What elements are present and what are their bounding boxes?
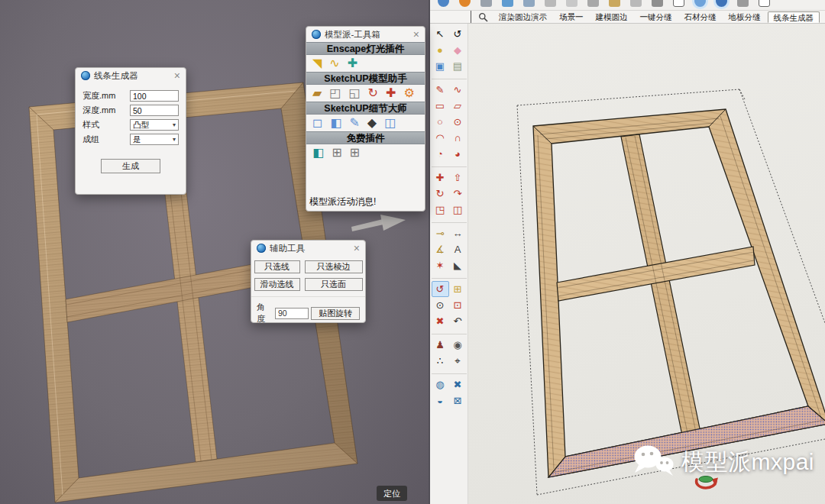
field-input[interactable]: 凸型 ▾ bbox=[130, 119, 179, 131]
dialog-titlebar[interactable]: 线条生成器 × bbox=[76, 68, 186, 83]
tab-one-key-seam[interactable]: 一键分缝 bbox=[635, 11, 678, 23]
close-icon[interactable]: × bbox=[413, 29, 419, 40]
toolbar-icon-10[interactable] bbox=[630, 0, 642, 7]
toolbar-icon-8[interactable] bbox=[587, 0, 599, 7]
pan-tool[interactable]: ⊞ bbox=[449, 281, 467, 297]
component-tool[interactable]: ▣ bbox=[432, 58, 449, 74]
generate-button[interactable]: 生成 bbox=[101, 159, 160, 173]
tab-render-fillet-demo[interactable]: 渲染圆边演示 bbox=[493, 11, 552, 23]
push-pull-tool[interactable]: ⇧ bbox=[449, 170, 467, 186]
rotate-tool[interactable]: ↻ bbox=[432, 186, 449, 202]
zoom-extents-tool[interactable]: ✖ bbox=[432, 313, 449, 329]
axis-target-tool[interactable]: ⌖ bbox=[449, 353, 467, 369]
toolbar-icon-16[interactable] bbox=[759, 0, 770, 7]
section-settings-tool[interactable]: ⊠ bbox=[449, 393, 467, 409]
tab-floor-seam[interactable]: 地板分缝 bbox=[723, 11, 766, 23]
section-fill-tool[interactable]: ◒ bbox=[432, 393, 449, 409]
tab-modeling-fillet[interactable]: 建模圆边 bbox=[590, 11, 633, 23]
close-icon[interactable]: × bbox=[174, 70, 180, 81]
tab-stone-seam[interactable]: 石材分缝 bbox=[679, 11, 722, 23]
teal-folder-icon[interactable]: ◧ bbox=[312, 147, 324, 159]
angle-input[interactable]: 90 bbox=[275, 308, 309, 319]
import-model-icon[interactable]: ◱ bbox=[348, 87, 360, 99]
slide-select-lines-button[interactable]: 滑动选线 bbox=[254, 278, 300, 291]
field-input[interactable]: 是 ▾ bbox=[130, 134, 179, 145]
toolbar-icon-9[interactable] bbox=[609, 0, 620, 7]
two-point-arc-tool[interactable]: ∩ bbox=[449, 130, 467, 146]
follow-me-tool[interactable]: ↷ bbox=[449, 186, 467, 202]
search-icon[interactable] bbox=[478, 12, 488, 22]
toolbar-icon-1[interactable] bbox=[438, 0, 449, 7]
tab-line-generator[interactable]: 线条生成器 bbox=[768, 11, 820, 23]
previous-view-tool[interactable]: ↶ bbox=[449, 313, 467, 329]
field-input[interactable]: 100 bbox=[130, 90, 179, 102]
folder-icon[interactable]: ▰ bbox=[312, 87, 322, 99]
toolbar-icon-13[interactable] bbox=[694, 0, 706, 7]
toolbar-icon-6[interactable] bbox=[545, 0, 556, 7]
lasso-tool[interactable]: ↺ bbox=[449, 26, 467, 42]
paint-tool[interactable]: ● bbox=[432, 42, 449, 58]
export-model-icon[interactable]: ◰ bbox=[329, 87, 341, 99]
3d-text-tool[interactable]: ◣ bbox=[449, 257, 467, 273]
select-faces-button[interactable]: 只选面 bbox=[305, 278, 363, 291]
three-point-arc-tool[interactable]: ◔ bbox=[432, 146, 449, 162]
plugin-badge-icon-2[interactable]: ⊞ bbox=[350, 147, 360, 159]
toolbar-icon-7[interactable] bbox=[566, 0, 578, 7]
axes-tool[interactable]: ✶ bbox=[432, 257, 449, 273]
section-cut-tool[interactable]: ✖ bbox=[449, 376, 467, 393]
tape-measure-tool[interactable]: ⊸ bbox=[432, 225, 449, 241]
toolbar-icon-12[interactable] bbox=[673, 0, 684, 7]
rotated-rectangle-tool[interactable]: ▱ bbox=[449, 98, 467, 114]
light-move-icon[interactable]: ✚ bbox=[348, 57, 358, 69]
settings-gear-icon[interactable]: ⚙ bbox=[403, 87, 414, 99]
tab-scene-1[interactable]: 场景一 bbox=[554, 11, 589, 23]
arc-tool[interactable]: ◠ bbox=[432, 130, 449, 146]
zoom-window-tool[interactable]: ⊡ bbox=[449, 297, 467, 313]
toolkit-icon[interactable]: ◫ bbox=[384, 117, 396, 129]
toolbar-icon-15[interactable] bbox=[737, 0, 749, 7]
sketchup-canvas[interactable]: 模型派mxpai bbox=[430, 24, 825, 504]
position-camera-tool[interactable]: ♟ bbox=[432, 337, 449, 353]
pie-tool[interactable]: ◕ bbox=[449, 146, 467, 162]
zoom-tool[interactable]: ⊙ bbox=[432, 297, 449, 313]
select-tool[interactable]: ↖ bbox=[432, 26, 449, 42]
refresh-model-icon[interactable]: ↻ bbox=[368, 87, 378, 99]
orbit-tool[interactable]: ↺ bbox=[432, 281, 449, 297]
tag-tool[interactable]: ▤ bbox=[449, 58, 467, 74]
tab-damage-demo[interactable]: 破损演示 bbox=[821, 11, 825, 23]
rectangle-tool[interactable]: ▭ bbox=[432, 98, 449, 114]
field-input[interactable]: 50 bbox=[130, 105, 179, 116]
protractor-tool[interactable]: ∡ bbox=[432, 241, 449, 257]
ies-light-icon[interactable]: ∿ bbox=[329, 57, 339, 69]
dimension-tool[interactable]: ↔ bbox=[449, 225, 467, 241]
section-plane-tool[interactable]: ◍ bbox=[432, 376, 449, 393]
circle-tool[interactable]: ○ bbox=[432, 114, 449, 130]
walk-tool[interactable]: ∴ bbox=[432, 353, 449, 369]
toolbar-icon-5[interactable] bbox=[523, 0, 535, 7]
scale-tool[interactable]: ◳ bbox=[432, 202, 449, 218]
spot-light-icon[interactable]: ◥ bbox=[312, 57, 322, 69]
corner-round-icon[interactable]: ◻ bbox=[312, 117, 322, 129]
select-lines-button[interactable]: 只选线 bbox=[254, 260, 300, 273]
close-icon[interactable]: × bbox=[354, 243, 360, 254]
pen-icon[interactable]: ✎ bbox=[349, 117, 359, 129]
toolbar-icon-14[interactable] bbox=[716, 0, 727, 7]
move-tool[interactable]: ✚ bbox=[432, 170, 449, 186]
toolbar-icon-11[interactable] bbox=[652, 0, 663, 7]
look-around-tool[interactable]: ◉ bbox=[449, 337, 467, 353]
toolbar-icon-3[interactable] bbox=[480, 0, 492, 7]
select-edges-button[interactable]: 只选棱边 bbox=[305, 260, 363, 273]
first-aid-icon[interactable]: ✚ bbox=[386, 87, 396, 99]
cloth-icon[interactable]: ◧ bbox=[330, 117, 341, 129]
eraser-tool[interactable]: ◆ bbox=[449, 42, 467, 58]
toolbar-icon-2[interactable] bbox=[459, 0, 471, 7]
line-tool[interactable]: ✎ bbox=[432, 82, 449, 98]
ellipse-tool[interactable]: ⊙ bbox=[449, 114, 467, 130]
toolbar-icon-4[interactable] bbox=[502, 0, 513, 7]
plugin-badge-icon[interactable]: ⊞ bbox=[332, 147, 341, 159]
dialog-titlebar[interactable]: 模型派-工具箱 × bbox=[306, 27, 425, 42]
text-tool[interactable]: A bbox=[449, 241, 467, 257]
dialog-titlebar[interactable]: 辅助工具 × bbox=[251, 241, 365, 256]
texture-rotate-button[interactable]: 贴图旋转 bbox=[311, 307, 360, 320]
axe-icon[interactable]: ◆ bbox=[367, 117, 377, 129]
